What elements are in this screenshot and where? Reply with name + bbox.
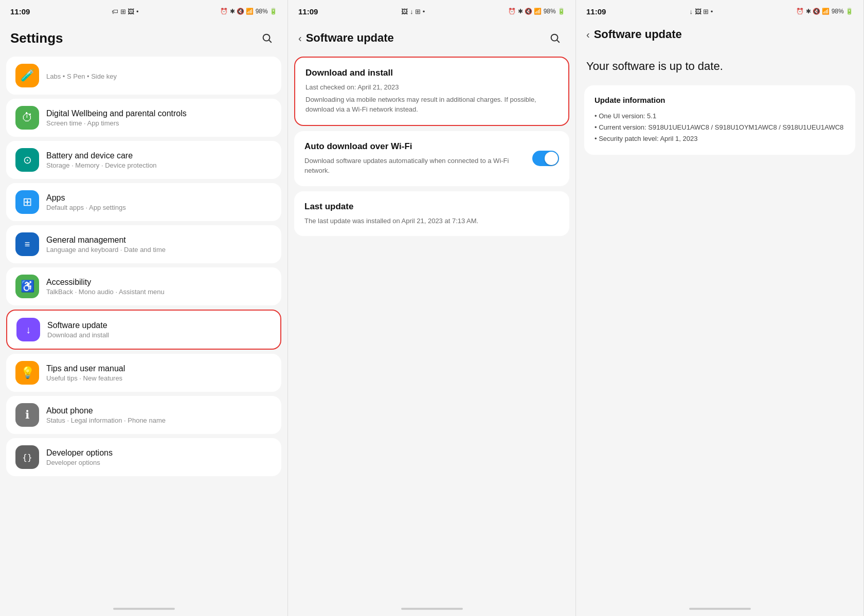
software-update-group: ↓ Software update Download and install: [6, 310, 281, 350]
developer-options-icon: {}: [15, 445, 39, 469]
digital-wellbeing-group: ⏱ Digital Wellbeing and parental control…: [6, 99, 281, 137]
bottom-indicator-2: [401, 608, 463, 610]
status-bar-settings: 11:09 🏷 ⊞ 🖼 • ⏰ ✱ 🔇 📶 98% 🔋: [0, 0, 287, 23]
panel-settings: 11:09 🏷 ⊞ 🖼 • ⏰ ✱ 🔇 📶 98% 🔋 Settings 🧪 L…: [0, 0, 288, 616]
auto-download-card[interactable]: Auto download over Wi-Fi Download softwa…: [294, 131, 569, 186]
status-bar-uptodate: 11:09 ↓ 🖼 ⊞ • ⏰ ✱ 🔇 📶 98% 🔋: [576, 0, 863, 23]
labs-item[interactable]: 🧪 Labs • S Pen • Side key: [6, 57, 281, 95]
general-mgmt-title: General management: [46, 235, 166, 245]
notif-icons-1: 🏷 ⊞ 🖼 •: [112, 8, 138, 15]
status-left-icons-1: 🏷 ⊞ 🖼 •: [112, 8, 138, 15]
uptodate-title: Software update: [594, 28, 682, 41]
software-update-subtitle: Download and install: [47, 331, 109, 339]
software-update-title: Software update: [47, 321, 109, 330]
status-right-icons-2: ⏰ ✱ 🔇 📶 98% 🔋: [508, 8, 565, 15]
update-info-card: Update information • One UI version: 5.1…: [584, 85, 855, 155]
settings-item-general-mgmt[interactable]: ≡ General management Language and keyboa…: [6, 225, 281, 263]
update-title: Software update: [306, 31, 394, 45]
settings-list: 🧪 Labs • S Pen • Side key ⏱ Digital Well…: [0, 57, 287, 604]
settings-title: Settings: [10, 30, 63, 46]
accessibility-title: Accessibility: [46, 278, 165, 287]
status-time-2: 11:09: [298, 7, 318, 16]
svg-line-3: [557, 40, 559, 42]
developer-options-group: {} Developer options Developer options: [6, 438, 281, 476]
battery-group: ⊙ Battery and device care Storage · Memo…: [6, 141, 281, 179]
auto-download-title: Auto download over Wi-Fi: [304, 141, 524, 152]
tips-icon: 💡: [15, 361, 39, 385]
tips-group: 💡 Tips and user manual Useful tips · New…: [6, 354, 281, 392]
apps-group: ⊞ Apps Default apps · App settings: [6, 183, 281, 221]
developer-options-title: Developer options: [46, 448, 113, 458]
settings-item-battery[interactable]: ⊙ Battery and device care Storage · Memo…: [6, 141, 281, 179]
settings-item-software-update[interactable]: ↓ Software update Download and install: [7, 311, 280, 349]
digital-wellbeing-title: Digital Wellbeing and parental controls: [46, 109, 187, 118]
panel-software-update: 11:09 🖼 ↓ ⊞ • ⏰ ✱ 🔇 📶 98% 🔋 ‹ Software u…: [288, 0, 576, 616]
developer-options-subtitle: Developer options: [46, 459, 113, 466]
download-install-desc2: Downloading via mobile networks may resu…: [305, 95, 558, 115]
apps-icon: ⊞: [15, 190, 39, 214]
auto-download-row: Auto download over Wi-Fi Download softwa…: [304, 141, 559, 176]
last-update-desc: The last update was installed on April 2…: [304, 216, 559, 226]
bottom-indicator-1: [113, 608, 175, 610]
software-update-icon: ↓: [16, 318, 40, 341]
tips-title: Tips and user manual: [46, 364, 125, 373]
status-left-icons-3: ↓ 🖼 ⊞ •: [689, 8, 713, 15]
accessibility-icon: ♿: [15, 275, 39, 298]
labs-icon: 🧪: [15, 64, 39, 87]
labs-text: Labs • S Pen • Side key: [46, 71, 117, 80]
general-mgmt-subtitle: Language and keyboard · Date and time: [46, 246, 166, 253]
labs-subtitle: Labs • S Pen • Side key: [46, 73, 117, 80]
download-install-title: Download and install: [305, 68, 558, 78]
back-arrow-icon: ‹: [298, 32, 302, 44]
status-time-3: 11:09: [586, 7, 606, 16]
status-time-1: 11:09: [10, 7, 30, 16]
accessibility-group: ♿ Accessibility TalkBack · Mono audio · …: [6, 267, 281, 305]
digital-wellbeing-icon: ⏱: [15, 106, 39, 130]
status-left-icons-2: 🖼 ↓ ⊞ •: [401, 8, 425, 15]
about-phone-icon: ℹ: [15, 403, 39, 427]
status-bar-update: 11:09 🖼 ↓ ⊞ • ⏰ ✱ 🔇 📶 98% 🔋: [288, 0, 575, 23]
svg-line-1: [269, 40, 271, 42]
auto-download-toggle[interactable]: [532, 151, 559, 166]
general-mgmt-icon: ≡: [15, 232, 39, 256]
apps-subtitle: Default apps · App settings: [46, 204, 126, 211]
apps-title: Apps: [46, 193, 126, 203]
uptodate-back-button[interactable]: ‹: [586, 29, 590, 41]
tips-subtitle: Useful tips · New features: [46, 374, 125, 382]
update-scroll-area: Download and install Last checked on: Ap…: [288, 57, 575, 604]
panel-up-to-date: 11:09 ↓ 🖼 ⊞ • ⏰ ✱ 🔇 📶 98% 🔋 ‹ Software u…: [576, 0, 864, 616]
uptodate-topbar: ‹ Software update: [576, 23, 863, 49]
status-right-icons-1: ⏰ ✱ 🔇 📶 98% 🔋: [220, 8, 277, 15]
download-install-desc1: Last checked on: April 21, 2023: [305, 82, 558, 93]
settings-item-digital-wellbeing[interactable]: ⏱ Digital Wellbeing and parental control…: [6, 99, 281, 137]
settings-item-tips[interactable]: 💡 Tips and user manual Useful tips · New…: [6, 354, 281, 392]
update-topbar: ‹ Software update: [288, 23, 575, 57]
digital-wellbeing-subtitle: Screen time · App timers: [46, 119, 187, 127]
info-line-1: • One UI version: 5.1: [595, 111, 845, 122]
battery-title: Battery and device care: [46, 151, 157, 160]
about-phone-title: About phone: [46, 406, 166, 415]
update-search-button[interactable]: [545, 28, 565, 48]
uptodate-back-arrow-icon: ‹: [586, 29, 590, 41]
settings-topbar: Settings: [0, 23, 287, 57]
about-phone-subtitle: Status · Legal information · Phone name: [46, 416, 166, 424]
about-phone-group: ℹ About phone Status · Legal information…: [6, 396, 281, 434]
bottom-indicator-3: [689, 608, 751, 610]
auto-download-desc: Download software updates automatically …: [304, 156, 524, 176]
status-right-icons-3: ⏰ ✱ 🔇 📶 98% 🔋: [796, 8, 853, 15]
toggle-knob: [545, 152, 558, 165]
battery-subtitle: Storage · Memory · Device protection: [46, 161, 157, 169]
settings-item-developer-options[interactable]: {} Developer options Developer options: [6, 438, 281, 476]
info-line-3: • Security patch level: April 1, 2023: [595, 133, 845, 144]
settings-item-apps[interactable]: ⊞ Apps Default apps · App settings: [6, 183, 281, 221]
download-install-card[interactable]: Download and install Last checked on: Ap…: [294, 57, 569, 126]
general-mgmt-group: ≡ General management Language and keyboa…: [6, 225, 281, 263]
uptodate-scroll-area: Your software is up to date. Update info…: [576, 49, 863, 604]
accessibility-subtitle: TalkBack · Mono audio · Assistant menu: [46, 288, 165, 296]
settings-item-about-phone[interactable]: ℹ About phone Status · Legal information…: [6, 396, 281, 434]
search-button[interactable]: [257, 28, 277, 48]
battery-icon: ⊙: [15, 148, 39, 172]
back-button[interactable]: ‹ Software update: [298, 31, 394, 45]
settings-item-accessibility[interactable]: ♿ Accessibility TalkBack · Mono audio · …: [6, 267, 281, 305]
update-info-title: Update information: [595, 96, 845, 104]
